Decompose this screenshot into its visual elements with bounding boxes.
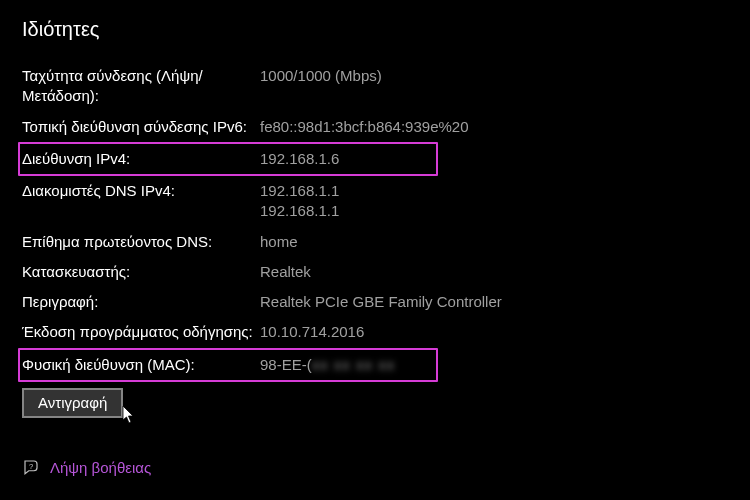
value-ipv4: 192.168.1.6 — [260, 149, 339, 169]
value-desc: Realtek PCIe GBE Family Controller — [260, 292, 502, 312]
footer: ? Λήψη βοήθειας — [22, 458, 151, 476]
copy-button[interactable]: Αντιγραφή — [22, 388, 123, 418]
label-vendor: Κατασκευαστής: — [22, 262, 260, 282]
label-speed: Ταχύτητα σύνδεσης (Λήψη/Μετάδοση): — [22, 66, 260, 107]
row-vendor: Κατασκευαστής: Realtek — [22, 257, 750, 287]
properties-panel: Ιδιότητες Ταχύτητα σύνδεσης (Λήψη/Μετάδο… — [0, 0, 750, 500]
row-speed: Ταχύτητα σύνδεσης (Λήψη/Μετάδοση): 1000/… — [22, 61, 750, 112]
label-desc: Περιγραφή: — [22, 292, 260, 312]
value-mac: 98-EE-(xx xx xx xx — [260, 355, 395, 375]
label-mac: Φυσική διεύθυνση (MAC): — [22, 355, 260, 375]
row-suffix: Επίθημα πρωτεύοντος DNS: home — [22, 227, 750, 257]
value-suffix: home — [260, 232, 298, 252]
help-icon: ? — [22, 458, 40, 476]
label-ipv6: Τοπική διεύθυνση σύνδεσης IPv6: — [22, 117, 260, 137]
row-desc: Περιγραφή: Realtek PCIe GBE Family Contr… — [22, 287, 750, 317]
page-title: Ιδιότητες — [22, 18, 750, 41]
row-driver: Έκδοση προγράμματος οδήγησης: 10.10.714.… — [22, 317, 750, 347]
row-ipv4-highlighted: Διεύθυνση IPv4: 192.168.1.6 — [18, 142, 438, 176]
value-vendor: Realtek — [260, 262, 311, 282]
label-suffix: Επίθημα πρωτεύοντος DNS: — [22, 232, 260, 252]
label-driver: Έκδοση προγράμματος οδήγησης: — [22, 322, 260, 342]
value-speed: 1000/1000 (Mbps) — [260, 66, 382, 86]
value-dns: 192.168.1.1 192.168.1.1 — [260, 181, 339, 222]
row-mac-highlighted: Φυσική διεύθυνση (MAC): 98-EE-(xx xx xx … — [18, 348, 438, 382]
label-dns: Διακομιστές DNS IPv4: — [22, 181, 260, 201]
label-ipv4: Διεύθυνση IPv4: — [22, 149, 260, 169]
row-dns: Διακομιστές DNS IPv4: 192.168.1.1 192.16… — [22, 176, 750, 227]
row-ipv6: Τοπική διεύθυνση σύνδεσης IPv6: fe80::98… — [22, 112, 750, 142]
svg-text:?: ? — [29, 462, 33, 471]
help-link[interactable]: Λήψη βοήθειας — [50, 459, 151, 476]
value-ipv6: fe80::98d1:3bcf:b864:939e%20 — [260, 117, 469, 137]
mouse-cursor-icon — [122, 406, 136, 424]
mac-blurred: xx xx xx xx — [312, 355, 396, 375]
mac-visible: 98-EE-( — [260, 356, 312, 373]
value-driver: 10.10.714.2016 — [260, 322, 364, 342]
